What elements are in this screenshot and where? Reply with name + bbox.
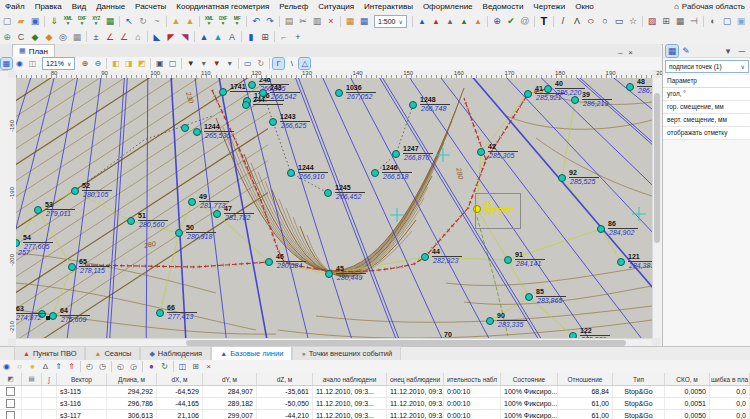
survey-point[interactable] bbox=[248, 81, 256, 89]
map-globe-icon[interactable]: ⊕ bbox=[491, 15, 503, 27]
survey-point[interactable] bbox=[68, 263, 76, 271]
tab-external-events[interactable]: ●Точки внешних событий bbox=[292, 346, 401, 360]
close-pane-icon[interactable]: × bbox=[628, 48, 633, 57]
zoom-prev-icon[interactable]: ▢ bbox=[167, 58, 178, 69]
ortho-icon[interactable]: Γ bbox=[273, 58, 284, 69]
survey-point[interactable] bbox=[335, 89, 343, 97]
column-header[interactable]: Состояние bbox=[501, 373, 558, 385]
table-row[interactable]: s3-116296,786-44,165289,182-50,05011.12.… bbox=[0, 398, 750, 410]
recalculate-icon[interactable]: ↻ bbox=[159, 361, 170, 372]
pan-corner-icon[interactable]: ⌐ bbox=[278, 31, 290, 43]
select-frame-icon[interactable]: ▭ bbox=[242, 58, 253, 69]
row-checkbox[interactable] bbox=[6, 399, 15, 408]
column-header[interactable]: Тип bbox=[613, 373, 665, 385]
window-grid-icon[interactable]: ⊞ bbox=[259, 31, 271, 43]
web-icon[interactable]: @ bbox=[519, 15, 531, 27]
gnss-icon[interactable]: ▴ bbox=[458, 15, 470, 27]
survey-point[interactable] bbox=[213, 210, 221, 218]
menu-item-1[interactable]: Файл bbox=[0, 2, 30, 11]
save-icon[interactable]: ▣ bbox=[29, 15, 41, 27]
clip-icon[interactable]: ⊣ bbox=[688, 15, 700, 27]
new-document-icon[interactable]: ▢ bbox=[1, 15, 13, 27]
import-survey-icon[interactable]: ⇓ bbox=[48, 15, 60, 27]
column-header[interactable]: Длина, м bbox=[107, 373, 157, 385]
poly-red-icon[interactable]: ◤ bbox=[165, 31, 177, 43]
column-header[interactable]: dX, м bbox=[157, 373, 203, 385]
line-shape-icon[interactable]: / bbox=[557, 15, 569, 27]
minimize-pane-icon[interactable]: – bbox=[618, 48, 622, 57]
row-checkbox[interactable] bbox=[6, 387, 15, 396]
slope-line-icon[interactable]: \ bbox=[286, 58, 297, 69]
bulb-on-icon[interactable]: ● bbox=[27, 361, 38, 372]
column-header[interactable]: Вектор bbox=[57, 373, 107, 385]
column-header[interactable]: ʃ bbox=[42, 373, 57, 385]
survey-point[interactable] bbox=[504, 256, 512, 264]
survey-point[interactable] bbox=[71, 187, 79, 195]
import-xyz-icon[interactable]: XYZ▼ bbox=[90, 15, 102, 27]
menu-item-3[interactable]: Вид bbox=[67, 2, 91, 11]
open-file-icon[interactable]: ▰ bbox=[15, 15, 27, 27]
station-b-icon[interactable]: ▲ bbox=[184, 15, 196, 27]
pan-page1-icon[interactable]: ◧ bbox=[110, 58, 121, 69]
panel-menu-icon[interactable]: ▾ bbox=[722, 45, 734, 57]
relief-cyan-icon[interactable]: ▲ bbox=[212, 31, 224, 43]
column-header[interactable]: ительность набл bbox=[444, 373, 501, 385]
survey-point[interactable] bbox=[181, 124, 189, 132]
parameter-row[interactable]: отображать отметку bbox=[663, 127, 750, 140]
export-dxf-icon[interactable]: DXF▼ bbox=[217, 15, 229, 27]
menu-item-5[interactable]: Расчеты bbox=[130, 2, 171, 11]
survey-point[interactable] bbox=[597, 225, 605, 233]
column-header[interactable]: dY, м bbox=[203, 373, 257, 385]
move-cross-icon[interactable]: + bbox=[292, 31, 304, 43]
surface-orange-icon[interactable]: ◆ bbox=[43, 31, 55, 43]
time-start-icon[interactable]: ◴ bbox=[84, 361, 95, 372]
filter-icon[interactable]: ▼ bbox=[185, 58, 196, 69]
tab-sessions[interactable]: ▲Сеансы bbox=[85, 346, 140, 360]
caret2-icon[interactable]: ▾ bbox=[224, 58, 235, 69]
survey-point[interactable] bbox=[558, 174, 566, 182]
paste-icon[interactable]: ▤ bbox=[283, 15, 295, 27]
contour-icon[interactable]: ◎ bbox=[57, 31, 69, 43]
survey-point[interactable] bbox=[524, 90, 532, 98]
pane-c-icon[interactable]: ▣ bbox=[735, 15, 747, 27]
pan-page3-icon[interactable]: ◩ bbox=[136, 58, 147, 69]
table-grid-icon[interactable]: ⊞ bbox=[190, 361, 201, 372]
region-icon[interactable]: ▦ bbox=[674, 15, 686, 27]
antenna-blue-icon[interactable]: ⇑ bbox=[53, 361, 64, 372]
workspace-switcher[interactable]: ⌂ Рабочая область bbox=[674, 2, 750, 11]
add-point-user-icon[interactable]: ◉ bbox=[14, 58, 25, 69]
level-icon[interactable]: ▴ bbox=[472, 15, 484, 27]
survey-point[interactable] bbox=[324, 189, 332, 197]
undo-icon[interactable]: ↶ bbox=[250, 15, 262, 27]
map-canvas[interactable]: 17411746246266,3052441244265,536243266,5… bbox=[16, 78, 652, 338]
survey-point[interactable] bbox=[188, 198, 196, 206]
survey-point[interactable] bbox=[486, 317, 494, 325]
survey-point[interactable] bbox=[571, 96, 579, 104]
survey-point[interactable] bbox=[219, 88, 227, 96]
column-header[interactable]: онец наблюдени bbox=[387, 373, 444, 385]
menu-item-10[interactable]: Оформление bbox=[418, 2, 478, 11]
scales-icon[interactable]: Δ bbox=[40, 361, 51, 372]
survey-point[interactable] bbox=[49, 312, 57, 320]
project-table-icon[interactable]: ▦ bbox=[344, 15, 356, 27]
zoom-level-select[interactable]: 121%∨ bbox=[42, 57, 75, 70]
zoom-window-icon[interactable]: ▣ bbox=[154, 58, 165, 69]
tab-pvo-points[interactable]: ▲Пункты ПВО bbox=[14, 346, 85, 360]
survey-point[interactable] bbox=[477, 148, 485, 156]
text-style-icon[interactable]: A bbox=[226, 31, 238, 43]
survey-point[interactable] bbox=[34, 206, 42, 214]
delete-icon[interactable]: × bbox=[325, 15, 337, 27]
color-legend-icon[interactable]: ● bbox=[146, 361, 157, 372]
pan-page2-icon[interactable]: ◨ bbox=[123, 58, 134, 69]
menu-item-4[interactable]: Данные bbox=[91, 2, 130, 11]
time-end-icon[interactable]: ◷ bbox=[97, 361, 108, 372]
level-adjust-icon[interactable]: ± bbox=[90, 31, 102, 43]
hatch-icon[interactable]: ▨ bbox=[646, 15, 658, 27]
import-xml-icon[interactable]: XML▼ bbox=[62, 15, 74, 27]
column-header[interactable]: dZ, м bbox=[257, 373, 313, 385]
surface-green-icon[interactable]: ◆ bbox=[29, 31, 41, 43]
column-header[interactable]: шибка в пла bbox=[710, 373, 750, 385]
visibility-filter-icon[interactable]: ▼ bbox=[211, 58, 222, 69]
pane-a-icon[interactable]: ◐ bbox=[707, 15, 719, 27]
survey-point[interactable] bbox=[409, 101, 417, 109]
